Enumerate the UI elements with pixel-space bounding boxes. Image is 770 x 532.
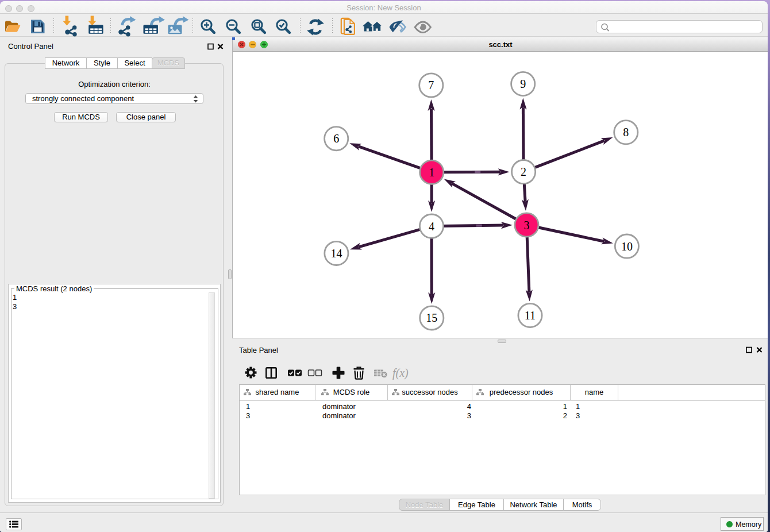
svg-text:6: 6 [333, 132, 339, 145]
svg-text:f(x): f(x) [392, 367, 409, 380]
svg-text:3: 3 [523, 219, 529, 232]
svg-text:9: 9 [520, 78, 526, 90]
svg-text:8: 8 [623, 126, 629, 138]
svg-text:1: 1 [429, 166, 434, 179]
svg-text:2: 2 [521, 165, 526, 178]
svg-text:4: 4 [429, 220, 434, 233]
svg-text:11: 11 [525, 309, 536, 322]
svg-text:10: 10 [621, 240, 633, 253]
svg-text:14: 14 [330, 247, 342, 260]
svg-text:7: 7 [428, 79, 434, 91]
svg-text:15: 15 [426, 311, 437, 324]
